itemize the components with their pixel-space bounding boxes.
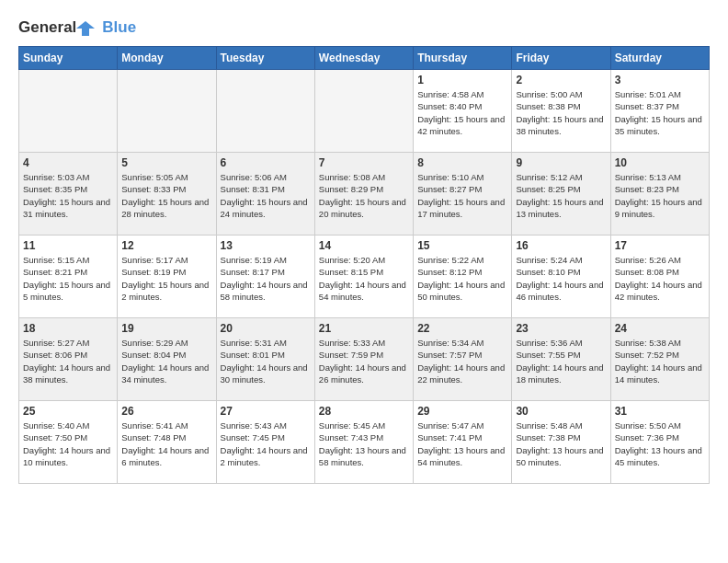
calendar-day-cell: 26Sunrise: 5:41 AMSunset: 7:48 PMDayligh… <box>118 401 216 484</box>
day-number: 31 <box>615 405 705 418</box>
day-number: 26 <box>121 405 211 418</box>
calendar-day-cell: 12Sunrise: 5:17 AMSunset: 8:19 PMDayligh… <box>118 236 216 318</box>
day-number: 16 <box>516 239 606 252</box>
calendar-day-cell: 22Sunrise: 5:34 AMSunset: 7:57 PMDayligh… <box>414 318 512 401</box>
day-number: 6 <box>221 156 311 169</box>
calendar-day-cell: 25Sunrise: 5:40 AMSunset: 7:50 PMDayligh… <box>19 401 118 484</box>
day-number: 14 <box>319 239 409 252</box>
day-info: Sunrise: 5:47 AMSunset: 7:41 PMDaylight:… <box>417 419 507 468</box>
day-number: 9 <box>516 156 606 169</box>
day-number: 12 <box>121 239 211 252</box>
calendar-day-cell: 18Sunrise: 5:27 AMSunset: 8:06 PMDayligh… <box>19 318 118 401</box>
day-number: 11 <box>23 239 113 252</box>
page-header: General Blue <box>18 18 710 37</box>
calendar-day-cell: 5Sunrise: 5:05 AMSunset: 8:33 PMDaylight… <box>118 153 216 236</box>
calendar-day-cell: 27Sunrise: 5:43 AMSunset: 7:45 PMDayligh… <box>216 401 314 484</box>
calendar-day-cell: 23Sunrise: 5:36 AMSunset: 7:55 PMDayligh… <box>512 318 610 401</box>
calendar-table: SundayMondayTuesdayWednesdayThursdayFrid… <box>18 46 710 484</box>
calendar-week-row: 18Sunrise: 5:27 AMSunset: 8:06 PMDayligh… <box>19 318 710 401</box>
day-info: Sunrise: 5:03 AMSunset: 8:35 PMDaylight:… <box>23 171 113 220</box>
day-info: Sunrise: 5:48 AMSunset: 7:38 PMDaylight:… <box>516 419 606 468</box>
day-number: 19 <box>121 322 211 335</box>
day-info: Sunrise: 5:40 AMSunset: 7:50 PMDaylight:… <box>23 419 113 468</box>
calendar-day-cell: 20Sunrise: 5:31 AMSunset: 8:01 PMDayligh… <box>216 318 314 401</box>
day-number: 22 <box>417 322 507 335</box>
logo-blue-label: Blue <box>102 18 136 37</box>
logo-general: General <box>18 18 76 36</box>
day-info: Sunrise: 5:31 AMSunset: 8:01 PMDaylight:… <box>221 337 311 385</box>
day-info: Sunrise: 5:00 AMSunset: 8:38 PMDaylight:… <box>516 88 606 137</box>
calendar-day-cell: 9Sunrise: 5:12 AMSunset: 8:25 PMDaylight… <box>512 153 610 236</box>
calendar-day-cell <box>216 70 314 153</box>
day-number: 21 <box>319 322 409 335</box>
day-number: 30 <box>516 405 606 418</box>
day-number: 13 <box>221 239 311 252</box>
calendar-day-cell: 31Sunrise: 5:50 AMSunset: 7:36 PMDayligh… <box>610 401 709 484</box>
day-number: 24 <box>615 322 705 335</box>
day-of-week-header: Thursday <box>414 47 512 70</box>
day-number: 5 <box>121 156 211 169</box>
day-number: 8 <box>417 156 507 169</box>
day-number: 20 <box>221 322 311 335</box>
calendar-day-cell: 21Sunrise: 5:33 AMSunset: 7:59 PMDayligh… <box>314 318 413 401</box>
day-number: 23 <box>516 322 606 335</box>
day-number: 3 <box>615 74 705 86</box>
day-number: 7 <box>319 156 409 169</box>
day-number: 17 <box>615 239 705 252</box>
day-number: 27 <box>221 405 311 418</box>
day-info: Sunrise: 5:29 AMSunset: 8:04 PMDaylight:… <box>121 337 211 385</box>
day-number: 15 <box>417 239 507 252</box>
day-info: Sunrise: 5:05 AMSunset: 8:33 PMDaylight:… <box>121 171 211 220</box>
day-info: Sunrise: 5:17 AMSunset: 8:19 PMDaylight:… <box>121 254 211 303</box>
day-info: Sunrise: 5:43 AMSunset: 7:45 PMDaylight:… <box>221 419 311 468</box>
calendar-day-cell <box>19 70 118 153</box>
day-of-week-header: Friday <box>512 47 610 70</box>
calendar-day-cell: 29Sunrise: 5:47 AMSunset: 7:41 PMDayligh… <box>414 401 512 484</box>
calendar-day-cell: 6Sunrise: 5:06 AMSunset: 8:31 PMDaylight… <box>216 153 314 236</box>
logo: General Blue <box>18 18 136 37</box>
day-info: Sunrise: 5:24 AMSunset: 8:10 PMDaylight:… <box>516 254 606 303</box>
calendar-week-row: 4Sunrise: 5:03 AMSunset: 8:35 PMDaylight… <box>19 153 710 236</box>
day-of-week-header: Tuesday <box>216 47 314 70</box>
day-number: 2 <box>516 74 606 86</box>
day-number: 25 <box>23 405 113 418</box>
calendar-day-cell: 8Sunrise: 5:10 AMSunset: 8:27 PMDaylight… <box>414 153 512 236</box>
calendar-day-cell: 2Sunrise: 5:00 AMSunset: 8:38 PMDaylight… <box>512 70 610 153</box>
calendar-day-cell: 3Sunrise: 5:01 AMSunset: 8:37 PMDaylight… <box>610 70 709 153</box>
calendar-day-cell: 24Sunrise: 5:38 AMSunset: 7:52 PMDayligh… <box>610 318 709 401</box>
day-info: Sunrise: 5:41 AMSunset: 7:48 PMDaylight:… <box>121 419 211 468</box>
day-info: Sunrise: 5:38 AMSunset: 7:52 PMDaylight:… <box>615 337 705 385</box>
calendar-day-cell: 30Sunrise: 5:48 AMSunset: 7:38 PMDayligh… <box>512 401 610 484</box>
day-info: Sunrise: 5:45 AMSunset: 7:43 PMDaylight:… <box>319 419 409 468</box>
calendar-day-cell: 10Sunrise: 5:13 AMSunset: 8:23 PMDayligh… <box>610 153 709 236</box>
calendar-day-cell <box>314 70 413 153</box>
day-number: 10 <box>615 156 705 169</box>
calendar-day-cell: 28Sunrise: 5:45 AMSunset: 7:43 PMDayligh… <box>314 401 413 484</box>
day-of-week-header: Wednesday <box>314 47 413 70</box>
day-info: Sunrise: 5:06 AMSunset: 8:31 PMDaylight:… <box>221 171 311 220</box>
calendar-header-row: SundayMondayTuesdayWednesdayThursdayFrid… <box>19 47 710 70</box>
calendar-day-cell: 13Sunrise: 5:19 AMSunset: 8:17 PMDayligh… <box>216 236 314 318</box>
day-number: 28 <box>319 405 409 418</box>
calendar-week-row: 25Sunrise: 5:40 AMSunset: 7:50 PMDayligh… <box>19 401 710 484</box>
calendar-day-cell <box>118 70 216 153</box>
day-number: 29 <box>417 405 507 418</box>
calendar-day-cell: 17Sunrise: 5:26 AMSunset: 8:08 PMDayligh… <box>610 236 709 318</box>
day-info: Sunrise: 5:22 AMSunset: 8:12 PMDaylight:… <box>417 254 507 303</box>
calendar-week-row: 11Sunrise: 5:15 AMSunset: 8:21 PMDayligh… <box>19 236 710 318</box>
calendar-day-cell: 19Sunrise: 5:29 AMSunset: 8:04 PMDayligh… <box>118 318 216 401</box>
day-number: 1 <box>417 74 507 86</box>
day-info: Sunrise: 5:33 AMSunset: 7:59 PMDaylight:… <box>319 337 409 385</box>
logo-bird-icon <box>76 21 95 36</box>
day-info: Sunrise: 5:27 AMSunset: 8:06 PMDaylight:… <box>23 337 113 385</box>
day-number: 18 <box>23 322 113 335</box>
calendar-day-cell: 7Sunrise: 5:08 AMSunset: 8:29 PMDaylight… <box>314 153 413 236</box>
calendar-day-cell: 1Sunrise: 4:58 AMSunset: 8:40 PMDaylight… <box>414 70 512 153</box>
day-info: Sunrise: 5:12 AMSunset: 8:25 PMDaylight:… <box>516 171 606 220</box>
day-info: Sunrise: 4:58 AMSunset: 8:40 PMDaylight:… <box>417 88 507 137</box>
logo-container: General <box>18 19 95 36</box>
day-of-week-header: Sunday <box>19 47 118 70</box>
day-info: Sunrise: 5:15 AMSunset: 8:21 PMDaylight:… <box>23 254 113 303</box>
calendar-day-cell: 16Sunrise: 5:24 AMSunset: 8:10 PMDayligh… <box>512 236 610 318</box>
day-info: Sunrise: 5:08 AMSunset: 8:29 PMDaylight:… <box>319 171 409 220</box>
